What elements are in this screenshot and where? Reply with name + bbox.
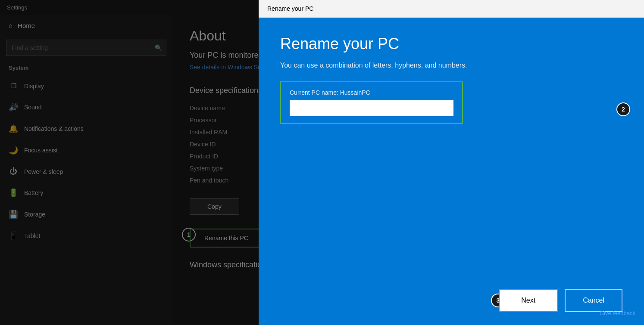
badge-2: 2 bbox=[616, 102, 630, 116]
modal-footer: 3 Next Cancel bbox=[280, 280, 622, 312]
modal-container: Rename your PC Rename your PC You can us… bbox=[259, 0, 644, 325]
modal-description: You can use a combination of letters, hy… bbox=[280, 62, 622, 69]
pc-name-box: Current PC name: HussainPC bbox=[280, 81, 463, 124]
next-button[interactable]: Next bbox=[499, 289, 558, 312]
give-feedback-link[interactable]: Give feedback bbox=[600, 310, 635, 316]
pc-name-input[interactable] bbox=[290, 100, 453, 116]
modal-body: Rename your PC You can use a combination… bbox=[259, 18, 644, 325]
pc-name-label: Current PC name: HussainPC bbox=[290, 89, 453, 96]
modal-overlay: Rename your PC Rename your PC You can us… bbox=[0, 0, 644, 325]
modal-heading: Rename your PC bbox=[280, 35, 622, 53]
modal-title-text: Rename your PC bbox=[267, 5, 313, 12]
cancel-button[interactable]: Cancel bbox=[565, 289, 622, 312]
modal-title-bar: Rename your PC bbox=[259, 0, 644, 18]
